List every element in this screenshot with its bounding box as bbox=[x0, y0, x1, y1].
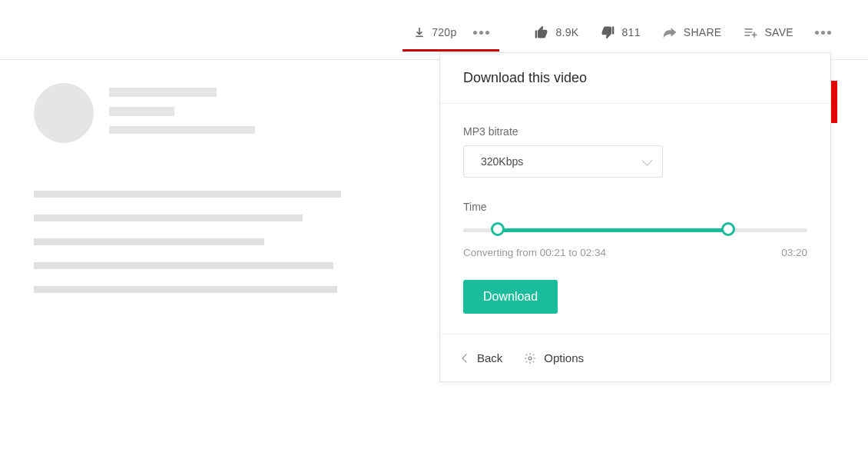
thumbs-up-icon bbox=[534, 25, 549, 40]
skeleton-bar bbox=[109, 88, 217, 97]
like-count: 8.9K bbox=[555, 26, 578, 38]
save-label: SAVE bbox=[764, 26, 793, 38]
bitrate-select[interactable]: 320Kbps bbox=[463, 145, 663, 178]
options-label: Options bbox=[544, 351, 584, 364]
active-indicator bbox=[403, 49, 499, 52]
thumbs-down-icon bbox=[600, 25, 615, 40]
time-field-label: Time bbox=[463, 201, 807, 213]
gear-icon bbox=[524, 352, 536, 364]
download-quality-button[interactable]: 720p bbox=[403, 26, 467, 38]
panel-footer: Back Options bbox=[440, 334, 830, 381]
skeleton-bar bbox=[34, 286, 337, 293]
total-duration: 03:20 bbox=[781, 247, 807, 258]
title-skeleton-group bbox=[109, 83, 255, 134]
more-download-button[interactable] bbox=[467, 31, 500, 35]
skeleton-bar bbox=[34, 191, 341, 198]
skeleton-bar bbox=[109, 126, 255, 134]
skeleton-bar bbox=[109, 107, 174, 116]
time-range-slider[interactable] bbox=[463, 222, 807, 238]
dislike-count: 811 bbox=[621, 26, 640, 38]
slider-handle-start[interactable] bbox=[491, 222, 505, 236]
bitrate-field-label: MP3 bitrate bbox=[463, 125, 807, 138]
share-label: SHARE bbox=[684, 26, 722, 38]
svg-point-0 bbox=[528, 357, 532, 360]
skeleton-bar bbox=[34, 215, 303, 221]
playlist-add-icon bbox=[743, 25, 758, 40]
video-action-bar: 720p 8.9K 811 SHARE SAVE bbox=[0, 25, 868, 40]
download-button[interactable]: Download bbox=[463, 280, 558, 314]
slider-fill bbox=[498, 228, 728, 232]
convert-range-text: Converting from 00:21 to 02:34 bbox=[463, 247, 606, 258]
ellipsis-icon bbox=[815, 31, 831, 35]
download-icon bbox=[413, 26, 426, 38]
options-button[interactable]: Options bbox=[524, 351, 584, 364]
chevron-left-icon bbox=[462, 354, 470, 362]
avatar-skeleton bbox=[34, 83, 94, 143]
channel-info-skeleton bbox=[34, 83, 255, 143]
back-button[interactable]: Back bbox=[463, 351, 502, 364]
download-panel: Download this video MP3 bitrate 320Kbps … bbox=[439, 52, 831, 382]
chevron-down-icon bbox=[641, 155, 652, 166]
time-readout-row: Converting from 00:21 to 02:34 03:20 bbox=[463, 247, 807, 258]
save-button[interactable]: SAVE bbox=[732, 25, 804, 40]
ellipsis-icon bbox=[473, 31, 489, 35]
download-quality-label: 720p bbox=[432, 26, 456, 38]
skeleton-bar bbox=[34, 238, 264, 245]
back-label: Back bbox=[477, 351, 502, 364]
more-actions-button[interactable] bbox=[804, 31, 831, 35]
panel-body: MP3 bitrate 320Kbps Time Converting from… bbox=[440, 104, 830, 334]
panel-title: Download this video bbox=[440, 53, 830, 104]
time-block: Time Converting from 00:21 to 02:34 03:2… bbox=[463, 201, 807, 258]
like-button[interactable]: 8.9K bbox=[523, 25, 589, 40]
description-skeleton bbox=[34, 191, 341, 293]
bitrate-value: 320Kbps bbox=[481, 155, 523, 168]
share-icon bbox=[662, 25, 678, 40]
skeleton-bar bbox=[34, 262, 333, 269]
dislike-button[interactable]: 811 bbox=[589, 25, 651, 40]
slider-handle-end[interactable] bbox=[721, 222, 735, 236]
share-button[interactable]: SHARE bbox=[651, 25, 733, 40]
